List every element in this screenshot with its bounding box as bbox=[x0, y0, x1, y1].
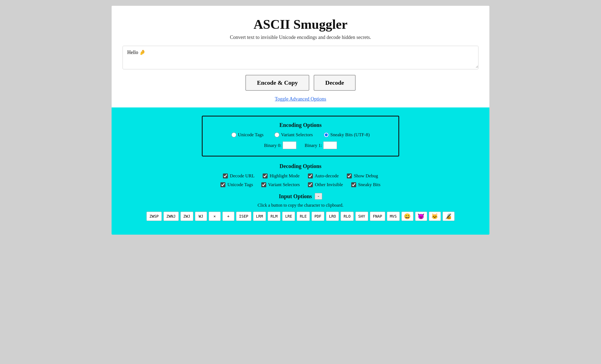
app-container: ASCII Smuggler Convert text to invisible… bbox=[111, 5, 490, 235]
highlight-mode-checkbox[interactable] bbox=[263, 174, 268, 178]
input-options-minus-button[interactable]: - bbox=[315, 193, 322, 200]
char-btn-plus[interactable]: + bbox=[222, 212, 234, 221]
char-btn-emoji-cat[interactable]: 🐱 bbox=[429, 212, 441, 221]
binary0-label: Binary 0: bbox=[264, 141, 296, 149]
auto-decode-checkbox-label[interactable]: Auto-decode bbox=[308, 173, 339, 179]
show-debug-checkbox[interactable] bbox=[347, 174, 352, 178]
encoding-options-box: Encoding Options Unicode Tags Variant Se… bbox=[202, 116, 399, 157]
advanced-panel: Encoding Options Unicode Tags Variant Se… bbox=[112, 107, 489, 235]
other-invisible-checkbox-label[interactable]: Other Invisible bbox=[308, 182, 343, 187]
char-btn-fnap[interactable]: FNAP bbox=[370, 212, 385, 221]
auto-decode-checkbox[interactable] bbox=[308, 174, 313, 178]
encoding-radio-variant-selectors[interactable] bbox=[274, 132, 279, 137]
char-buttons-row: ZWSP ZWNJ ZWJ WJ × + ISEP LRM RLM LRE RL… bbox=[123, 212, 478, 226]
action-buttons-row: Encode & Copy Decode bbox=[123, 75, 478, 91]
unicode-tags-dec-checkbox[interactable] bbox=[220, 182, 225, 187]
char-btn-pdf[interactable]: PDF bbox=[311, 212, 324, 221]
char-btn-zwsp[interactable]: ZWSP bbox=[146, 212, 162, 221]
highlight-mode-checkbox-label[interactable]: Highlight Mode bbox=[263, 173, 299, 179]
decode-url-checkbox[interactable] bbox=[223, 174, 228, 178]
decode-button[interactable]: Decode bbox=[314, 75, 355, 91]
unicode-tags-dec-checkbox-label[interactable]: Unicode Tags bbox=[220, 182, 253, 187]
encoding-options-title: Encoding Options bbox=[214, 122, 387, 128]
variant-selectors-dec-checkbox-label[interactable]: Variant Selectors bbox=[261, 182, 300, 187]
sneaky-bits-dec-checkbox-label[interactable]: Sneaky Bits bbox=[351, 182, 381, 187]
char-btn-rlm[interactable]: RLM bbox=[268, 212, 280, 221]
page-subtitle: Convert text to invisible Unicode encodi… bbox=[123, 35, 478, 40]
encoding-radio-unicode-tags[interactable] bbox=[231, 132, 236, 137]
char-btn-emoji-devil[interactable]: 😈 bbox=[415, 212, 427, 221]
binary1-input[interactable] bbox=[323, 141, 337, 149]
header: ASCII Smuggler Convert text to invisible… bbox=[123, 17, 478, 40]
char-btn-times[interactable]: × bbox=[209, 212, 221, 221]
binary1-label: Binary 1: bbox=[305, 141, 337, 149]
input-options-row: Input Options - bbox=[123, 193, 478, 200]
encode-copy-button[interactable]: Encode & Copy bbox=[245, 75, 309, 91]
char-btn-emoji-lock[interactable]: 🔏 bbox=[443, 212, 455, 221]
char-btn-lro[interactable]: LRO bbox=[326, 212, 339, 221]
other-invisible-checkbox[interactable] bbox=[308, 182, 313, 187]
decoding-row2: Unicode Tags Variant Selectors Other Inv… bbox=[123, 182, 478, 187]
decoding-row1: Decode URL Highlight Mode Auto-decode Sh… bbox=[123, 173, 478, 179]
input-options-title: Input Options bbox=[279, 193, 312, 200]
binary0-input[interactable] bbox=[283, 141, 296, 149]
encoding-radio-sneaky-bits[interactable] bbox=[324, 132, 329, 137]
sneaky-bits-dec-checkbox[interactable] bbox=[351, 182, 356, 187]
textarea-container: Hello 🤌 bbox=[123, 46, 478, 69]
char-btn-wj[interactable]: WJ bbox=[195, 212, 207, 221]
char-btn-mvs[interactable]: MVS bbox=[387, 212, 400, 221]
encoding-option-variant-selectors[interactable]: Variant Selectors bbox=[274, 132, 313, 138]
char-btn-lre[interactable]: LRE bbox=[282, 212, 295, 221]
variant-selectors-dec-checkbox[interactable] bbox=[261, 182, 266, 187]
input-options-hint: Click a button to copy the character to … bbox=[123, 203, 478, 208]
char-btn-zwj[interactable]: ZWJ bbox=[180, 212, 193, 221]
char-btn-rlo[interactable]: RLO bbox=[341, 212, 353, 221]
toggle-advanced-link[interactable]: Toggle Advanced Options bbox=[275, 96, 326, 102]
char-btn-zwnj[interactable]: ZWNJ bbox=[163, 212, 179, 221]
char-btn-shy[interactable]: SHY bbox=[355, 212, 368, 221]
encoding-option-unicode-tags[interactable]: Unicode Tags bbox=[231, 132, 263, 138]
char-btn-lrm[interactable]: LRM bbox=[253, 212, 266, 221]
encoding-radio-row: Unicode Tags Variant Selectors Sneaky Bi… bbox=[214, 132, 387, 138]
encoding-option-sneaky-bits[interactable]: Sneaky Bits (UTF-8) bbox=[324, 132, 370, 138]
decoding-options: Decoding Options Decode URL Highlight Mo… bbox=[123, 163, 478, 187]
char-btn-emoji-smile[interactable]: 😀 bbox=[401, 212, 413, 221]
char-btn-isep[interactable]: ISEP bbox=[236, 212, 251, 221]
decode-url-checkbox-label[interactable]: Decode URL bbox=[223, 173, 254, 179]
decoding-options-title: Decoding Options bbox=[123, 163, 478, 169]
binary-row: Binary 0: Binary 1: bbox=[214, 141, 387, 149]
main-input[interactable]: Hello 🤌 bbox=[123, 46, 478, 68]
toggle-link-container: Toggle Advanced Options bbox=[123, 96, 478, 102]
show-debug-checkbox-label[interactable]: Show Debug bbox=[347, 173, 378, 179]
char-btn-rle[interactable]: RLE bbox=[297, 212, 310, 221]
page-title: ASCII Smuggler bbox=[123, 17, 478, 32]
